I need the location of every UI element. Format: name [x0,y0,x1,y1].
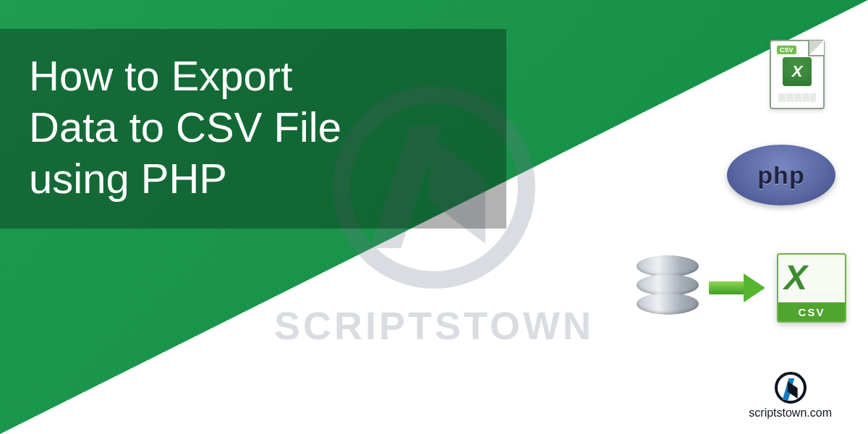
csv-document-icon: CSV X [770,40,825,109]
php-label: php [757,161,804,190]
scriptstown-logo-small-icon [775,372,807,404]
page-fold-icon [808,41,824,56]
php-ellipse-icon: php [727,145,835,205]
title-panel: How to Export Data to CSV File using PHP [0,29,506,229]
spreadsheet-grid-icon [778,93,816,102]
php-logo-icon: php [727,145,835,205]
excel-x-icon: X [784,258,807,297]
watermark-text: SCRIPTSTOWN [274,303,594,348]
csv-label-tab: CSV [777,46,796,54]
banner-canvas: SCRIPTSTOWN How to Export Data to CSV Fi… [0,0,868,434]
csv-band-label: CSV [778,302,845,321]
banner-title: How to Export Data to CSV File using PHP [29,51,477,204]
title-line-3: using PHP [29,155,227,202]
db-to-csv-group: X CSV [637,253,846,323]
export-arrow-icon [709,273,767,302]
title-line-2: Data to CSV File [29,103,341,150]
csv-spreadsheet-icon: X CSV [777,253,846,323]
brand-url-text: scriptstown.com [749,407,832,420]
excel-x-mark-icon: X [783,57,812,86]
title-line-1: How to Export [29,52,292,99]
scriptstown-brand-small: scriptstown.com [749,372,832,420]
database-icon [637,255,699,320]
csv-file-icon: CSV X [770,40,825,109]
